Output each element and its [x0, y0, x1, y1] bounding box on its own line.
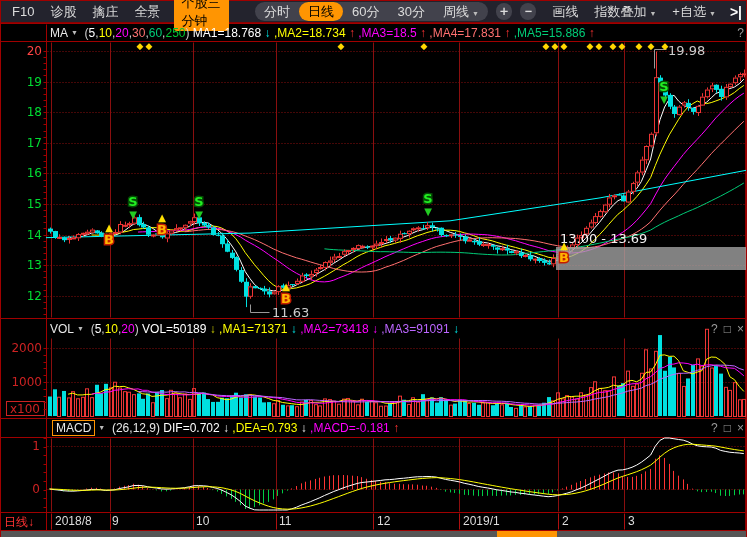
horizontal-scrollbar[interactable] — [0, 531, 747, 537]
trend-up-arrow-icon: ↑ — [589, 26, 595, 40]
menu-f10[interactable]: F10 — [12, 4, 34, 19]
macd-indicator-row: MACD▼ (26,12,9) DIF=0.702 ↓ ,DEA=0.793 ↓… — [50, 419, 744, 436]
vol-indicator-label[interactable]: VOL — [50, 322, 74, 336]
x-axis-month-label: 10 — [196, 514, 209, 528]
tab-weekly[interactable]: 周线▼ — [434, 2, 488, 21]
zoom-in-button[interactable]: ＋ — [496, 3, 512, 20]
vol-indicator-row: VOL▼ (5,10,20) VOL=50189 ↓ ,MA1=71371 ↓ … — [50, 320, 744, 337]
ma-indicator-param: 5 — [89, 26, 96, 40]
ma-indicator-gap — [78, 26, 85, 40]
vol-indicator-param: 5 — [95, 322, 102, 336]
tab-daily[interactable]: 日线 — [299, 2, 343, 21]
ma-indicator-param: 250 — [165, 26, 185, 40]
menu-panorama[interactable]: 全景 — [134, 3, 160, 21]
menu-catch-banker[interactable]: 擒庄 — [92, 3, 118, 21]
tab-intraday[interactable]: 分时 — [255, 2, 299, 21]
vol-indicator-value: ,MA3=91091 — [378, 322, 453, 336]
macd-indicator-value: ,DEA=0.793 — [229, 421, 301, 435]
vol-indicator-param: 20 — [121, 322, 134, 336]
tab-30min[interactable]: 30分 — [389, 2, 434, 21]
x-axis: 日线↓ 2018/891011122019/123 — [0, 513, 747, 530]
maximize-icon[interactable]: □ — [724, 421, 731, 435]
ma-indicator-value: ,MA5=15.886 — [510, 26, 588, 40]
ma-indicator-label[interactable]: MA — [50, 26, 68, 40]
vol-indicator-value: ,MA1=71371 — [216, 322, 291, 336]
x-axis-month-label: 9 — [112, 514, 119, 528]
macd-indicator-value: DIF=0.702 — [160, 421, 223, 435]
trend-down-arrow-icon: ↓ — [453, 322, 459, 336]
kline-chart-canvas[interactable] — [0, 0, 747, 537]
chevron-down-icon: ▼ — [649, 10, 656, 17]
x-axis-month-label: 2018/8 — [55, 514, 92, 528]
x-axis-month-label: 11 — [279, 514, 291, 528]
macd-indicator-param: (26,12,9) — [112, 421, 160, 435]
x-axis-month-label: 2019/1 — [463, 514, 500, 528]
window-left-border — [0, 0, 1, 537]
collapse-panel-icon[interactable]: >| — [730, 4, 742, 20]
ma-indicator-value: ,MA4=17.831 — [426, 26, 504, 40]
trend-up-arrow-icon: ↑ — [393, 421, 399, 435]
help-icon[interactable]: ? — [737, 26, 744, 40]
period-indicator-label[interactable]: 日线↓ — [4, 514, 34, 531]
vol-indicator-param: 10 — [105, 322, 118, 336]
close-icon[interactable]: × — [737, 322, 744, 336]
macd-indicator-gap — [105, 421, 112, 435]
index-overlay-button[interactable]: 指数叠加▼ — [594, 3, 656, 21]
stock-chart-window: F10 诊股 擒庄 全景 个股三分钟 分时 日线 60分 30分 周线▼ ＋ －… — [0, 0, 747, 537]
draw-line-button[interactable]: 画线 — [552, 3, 578, 21]
vol-indicator-value: ,MA2=73418 — [297, 322, 372, 336]
macd-indicator-label[interactable]: MACD — [52, 420, 95, 436]
chevron-down-icon: ▼ — [472, 10, 479, 17]
vol-indicator-gap — [84, 322, 91, 336]
ma-indicator-row: MA▼ (5,10,20,30,60,250) MA1=18.768 ↓ ,MA… — [50, 24, 744, 41]
zoom-out-button[interactable]: － — [520, 3, 536, 20]
ma-indicator-value: ,MA2=18.734 — [271, 26, 349, 40]
vol-indicator-value: VOL=50189 — [139, 322, 210, 336]
scrollbar-thumb[interactable] — [497, 531, 557, 537]
help-icon[interactable]: ? — [711, 421, 718, 435]
add-watchlist-button[interactable]: +自选▼ — [672, 3, 716, 21]
help-icon[interactable]: ? — [711, 322, 718, 336]
x-axis-month-label: 12 — [377, 514, 390, 528]
maximize-icon[interactable]: □ — [724, 322, 731, 336]
ma-indicator-param: 10 — [99, 26, 112, 40]
ma-indicator-param: 30 — [132, 26, 145, 40]
chevron-down-icon: ▼ — [709, 10, 716, 17]
toolbar: F10 诊股 擒庄 全景 个股三分钟 分时 日线 60分 30分 周线▼ ＋ －… — [0, 0, 747, 23]
x-axis-month-label: 3 — [628, 514, 635, 528]
tab-60min[interactable]: 60分 — [343, 2, 388, 21]
chevron-down-icon[interactable]: ▼ — [71, 29, 78, 36]
ma-indicator-value: ,MA3=18.5 — [355, 26, 420, 40]
period-tabs: 分时 日线 60分 30分 周线▼ — [255, 2, 488, 21]
chevron-down-icon[interactable]: ▼ — [77, 325, 84, 332]
chevron-down-icon[interactable]: ▼ — [98, 424, 105, 431]
ma-indicator-param: 60 — [149, 26, 162, 40]
macd-indicator-value: ,MACD=-0.181 — [307, 421, 393, 435]
ma-indicator-param: 20 — [115, 26, 128, 40]
x-axis-month-label: 2 — [562, 514, 569, 528]
close-icon[interactable]: × — [737, 421, 744, 435]
menu-diagnose-stock[interactable]: 诊股 — [50, 3, 76, 21]
ma-indicator-value: MA1=18.768 — [189, 26, 264, 40]
